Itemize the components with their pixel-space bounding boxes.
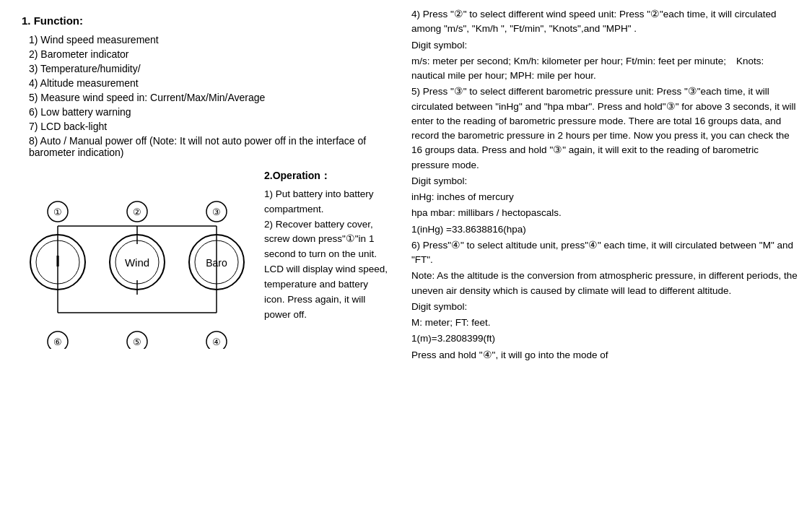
svg-text:Baro: Baro [206, 257, 227, 269]
right-para-10: Digit symbol: [411, 300, 798, 314]
list-item: 8) Auto / Manual power off (Note: It wil… [22, 135, 390, 158]
right-para-1: Digit symbol: [411, 38, 798, 53]
right-para-8: 6) Press"④" to select altitude unit, pre… [411, 238, 798, 268]
list-item: 3) Temperature/humidity/ [22, 63, 390, 74]
svg-text:③: ③ [212, 207, 221, 217]
right-para-6: hpa mbar: millibars / hectopascals. [411, 206, 798, 220]
list-item: 5) Measure wind speed in: Current/Max/Mi… [22, 92, 390, 103]
svg-text:④: ④ [212, 337, 221, 347]
svg-text:②: ② [133, 207, 141, 217]
device-diagram: ① ② ③ I Wind Baro ⑥ ⑤ [22, 168, 390, 349]
right-para-9: Note: As the altitude is the conversion … [411, 269, 798, 298]
right-para-4: Digit symbol: [411, 174, 798, 188]
right-para-11: M: meter; FT: feet. [411, 316, 798, 330]
right-panel: 4) Press "②" to select different wind sp… [404, 0, 812, 512]
right-para-13: Press and hold "④", it will go into the … [411, 348, 798, 363]
device-diagram-svg: ① ② ③ I Wind Baro ⑥ ⑤ [22, 168, 253, 349]
right-para-5: inHg: inches of mercury [411, 190, 798, 204]
section-title: 1. Function: [22, 14, 390, 27]
svg-text:①: ① [53, 207, 62, 217]
svg-text:⑤: ⑤ [133, 337, 141, 347]
list-item: 2) Barometer indicator [22, 48, 390, 60]
list-item: 4) Altitude measurement [22, 77, 390, 89]
svg-text:Wind: Wind [125, 256, 149, 269]
svg-text:⑥: ⑥ [53, 337, 62, 347]
left-panel: 1. Function: 1) Wind speed measurement 2… [0, 0, 404, 512]
list-item: 7) LCD back-light [22, 121, 390, 132]
right-para-12: 1(m)=3.2808399(ft) [411, 331, 798, 346]
function-list: 1) Wind speed measurement 2) Barometer i… [22, 34, 390, 158]
operation-text: 2.Operation： 1) Put battery into battery… [253, 168, 390, 349]
list-item: 6) Low battery warning [22, 106, 390, 118]
right-para-3: 5) Press "③" to select different baromet… [411, 84, 798, 173]
op-title: 2.Operation： [264, 168, 390, 184]
svg-text:I: I [56, 252, 60, 270]
right-para-0: 4) Press "②" to select different wind sp… [411, 7, 798, 37]
op-body: 1) Put battery into battery compartment.… [264, 187, 390, 323]
right-para-7: 1(inHg) =33.8638816(hpa) [411, 222, 798, 237]
right-para-2: m/s: meter per second; Km/h: kilometer p… [411, 54, 798, 84]
list-item: 1) Wind speed measurement [22, 34, 390, 45]
